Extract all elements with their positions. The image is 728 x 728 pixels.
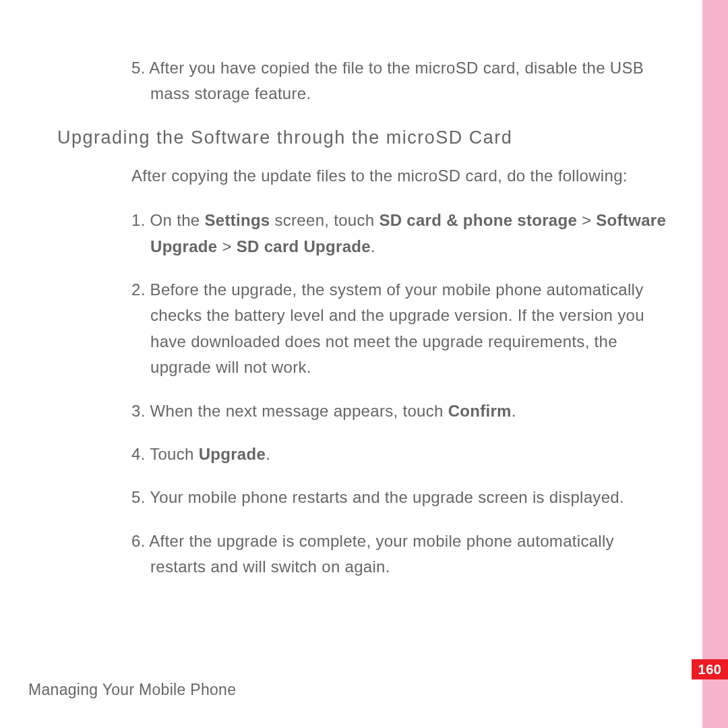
bold-upgrade: Upgrade (199, 445, 266, 463)
step-text-part: When the next message appears, touch (146, 402, 448, 420)
side-accent-bar (702, 0, 728, 728)
section-intro: After copying the update files to the mi… (57, 163, 674, 189)
step-number: 2. (131, 280, 146, 299)
step-text: After you have copied the file to the mi… (146, 59, 644, 102)
step-text: Before the upgrade, the system of your m… (146, 280, 644, 376)
page-number-badge: 160 (692, 659, 728, 679)
bold-sd-card-phone-storage: SD card & phone storage (379, 211, 577, 229)
step-text-part: . (371, 237, 375, 255)
bold-confirm: Confirm (448, 402, 512, 420)
step-number: 1. (131, 211, 146, 229)
step-5: 5. Your mobile phone restarts and the up… (57, 485, 674, 510)
step-1: 1. On the Settings screen, touch SD card… (57, 208, 674, 260)
step-4: 4. Touch Upgrade. (57, 442, 674, 467)
step-text-part: . (266, 445, 270, 463)
bold-settings: Settings (204, 211, 270, 229)
step-text-part: > (217, 237, 236, 255)
step-text-part: Touch (146, 445, 199, 463)
step-number: 3. (131, 402, 146, 420)
prior-step-5: 5. After you have copied the file to the… (57, 55, 674, 107)
step-3: 3. When the next message appears, touch … (57, 398, 674, 424)
step-6: 6. After the upgrade is complete, your m… (57, 528, 674, 580)
step-2: 2. Before the upgrade, the system of you… (57, 277, 674, 381)
bold-sd-card-upgrade: SD card Upgrade (237, 237, 371, 255)
page-content: 5. After you have copied the file to the… (0, 0, 674, 597)
step-text-part: On the (146, 211, 205, 229)
step-number: 4. (131, 445, 146, 463)
section-heading: Upgrading the Software through the micro… (57, 127, 674, 148)
step-text: After the upgrade is complete, your mobi… (146, 532, 614, 576)
step-text-part: screen, touch (270, 211, 380, 229)
step-text: Your mobile phone restarts and the upgra… (146, 488, 624, 506)
step-number: 5. (131, 488, 146, 506)
step-text-part: . (512, 402, 516, 420)
step-number: 6. (131, 532, 146, 550)
step-number: 5. (131, 59, 146, 77)
step-text-part: > (577, 211, 596, 229)
footer-chapter-title: Managing Your Mobile Phone (28, 681, 236, 699)
